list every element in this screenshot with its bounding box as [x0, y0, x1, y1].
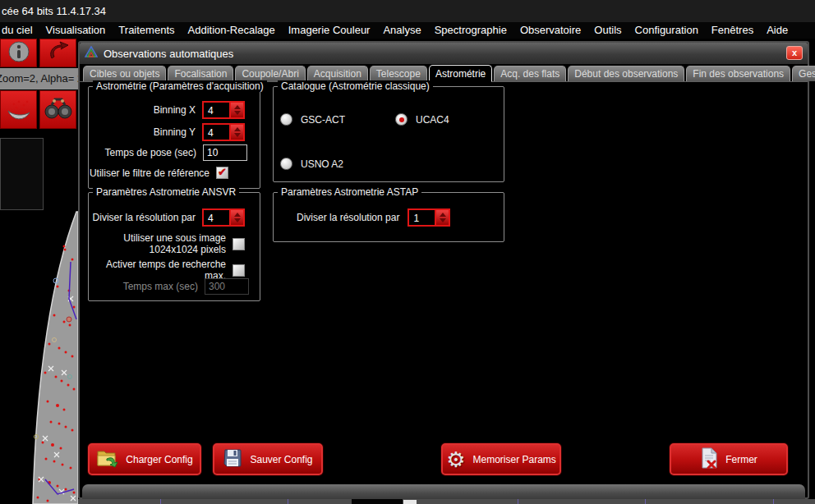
- dialog-title: Observations automatiques: [104, 48, 233, 60]
- radio-gsc-act-label: GSC-ACT: [301, 114, 345, 126]
- group-acquisition: Astrométrie (Paramètres d'acquisition) B…: [88, 86, 260, 189]
- binning-x-label: Binning X: [154, 104, 196, 116]
- binning-y-spinner[interactable]: 4: [202, 123, 245, 141]
- max-time-input: [205, 278, 249, 295]
- max-search-checkbox[interactable]: [233, 264, 245, 277]
- close-dialog-label: Fermer: [725, 454, 757, 465]
- menu-addition-recalage[interactable]: Addition-Recalage: [182, 22, 282, 39]
- radio-usno-a2[interactable]: USNO A2: [280, 158, 343, 170]
- close-dialog-button[interactable]: Fermer: [670, 443, 788, 475]
- menu-aide[interactable]: Aide: [760, 22, 794, 39]
- info-icon: [7, 39, 31, 67]
- binoculars-icon: [44, 96, 73, 124]
- astap-divide-value: 1: [409, 210, 435, 225]
- tab-acquisition[interactable]: Acquisition: [307, 66, 368, 81]
- menu-outils[interactable]: Outils: [587, 22, 628, 39]
- dialog-observations-automatiques: Observations automatiques x Cibles ou ob…: [78, 41, 809, 499]
- menu-imagerie-couleur[interactable]: Imagerie Couleur: [282, 22, 377, 39]
- group-acquisition-title: Astrométrie (Paramètres d'acquisition): [93, 80, 267, 92]
- tab-fin-des-observations[interactable]: Fin des observations: [686, 66, 790, 81]
- menu-spectrographie[interactable]: Spectrographie: [428, 22, 513, 39]
- menu-analyse[interactable]: Analyse: [376, 22, 427, 39]
- sky-chart-icon: [5, 94, 33, 126]
- docked-panel: [0, 138, 44, 210]
- toolbar-info-button[interactable]: [0, 39, 37, 67]
- memorize-params-label: Memoriser Params: [472, 454, 555, 465]
- load-config-button[interactable]: Charger Config: [88, 443, 201, 475]
- tab-debut-des-observations[interactable]: Début des observations: [568, 66, 684, 81]
- bottom-strip-white-segment: [403, 500, 417, 504]
- spin-down-icon[interactable]: [234, 218, 241, 222]
- spin-up-icon[interactable]: [234, 105, 241, 109]
- spin-down-icon[interactable]: [234, 111, 241, 115]
- gear-icon: ⚙: [446, 449, 465, 470]
- window-titlebar: cée 64 bits 11.4.17.34: [0, 0, 815, 22]
- tab-gest-erreur[interactable]: Gest. Erreur: [792, 66, 815, 81]
- dialog-close-button[interactable]: x: [786, 46, 803, 60]
- tab-telescope[interactable]: Telescope: [370, 66, 427, 81]
- document-x-icon: [700, 447, 718, 471]
- menu-observatoire[interactable]: Observatoire: [513, 22, 587, 39]
- tab-astrometrie[interactable]: Astrométrie: [429, 65, 492, 82]
- load-config-label: Charger Config: [126, 454, 192, 465]
- spin-down-icon[interactable]: [234, 133, 241, 137]
- spin-up-icon[interactable]: [234, 213, 241, 217]
- toolbar-sky-chart-button[interactable]: [0, 90, 37, 129]
- binning-x-spinner[interactable]: 4: [202, 101, 245, 119]
- radio-gsc-act[interactable]: GSC-ACT: [280, 113, 345, 126]
- dialog-titlebar[interactable]: Observations automatiques x: [80, 43, 808, 64]
- binning-x-spinner-arrows[interactable]: [229, 103, 243, 117]
- ansvr-divide-spinner[interactable]: 4: [202, 208, 245, 227]
- group-ansvr-title: Paramètres Astrometrie ANSVR: [93, 186, 239, 198]
- ref-filter-checkbox[interactable]: [216, 167, 228, 179]
- binning-y-spinner-arrows[interactable]: [229, 125, 243, 140]
- toolbar-binoculars-button[interactable]: [39, 90, 76, 129]
- binning-x-value: 4: [204, 103, 229, 117]
- sub-image-checkbox[interactable]: [233, 238, 245, 250]
- radio-ucac4-circle[interactable]: [395, 113, 408, 126]
- menu-visualisation[interactable]: Visualisation: [39, 22, 113, 39]
- memorize-params-button[interactable]: ⚙ Memoriser Params: [441, 443, 561, 475]
- ref-filter-label: Utiliser le filtre de référence: [90, 167, 210, 179]
- radio-gsc-act-circle[interactable]: [280, 113, 292, 126]
- zoom-status-strip: Zoom=2, Alpha= 2: [0, 68, 78, 89]
- save-config-button[interactable]: Sauver Config: [213, 443, 323, 475]
- menu-configuration[interactable]: Configuration: [629, 22, 705, 39]
- ansvr-divide-spinner-arrows[interactable]: [229, 210, 243, 225]
- binning-y-label: Binning Y: [154, 126, 196, 138]
- astap-divide-spinner[interactable]: 1: [408, 208, 450, 227]
- undo-arrow-icon: [45, 40, 71, 66]
- exposure-input[interactable]: [203, 144, 247, 161]
- menu-du-ciel[interactable]: du ciel: [0, 22, 39, 39]
- spin-up-icon[interactable]: [234, 127, 241, 131]
- dialog-statusbar: [82, 484, 805, 501]
- group-catalog: Catalogue (Astrométrie classique) GSC-AC…: [273, 86, 504, 182]
- sky-chart[interactable]: [0, 208, 78, 504]
- toolbar-undo-button[interactable]: [39, 39, 76, 67]
- tab-coupole-abri[interactable]: Coupole/Abri: [235, 66, 305, 81]
- tab-focalisation[interactable]: Focalisation: [168, 66, 233, 81]
- group-catalog-title: Catalogue (Astrométrie classique): [278, 80, 433, 92]
- bottom-strip: [78, 499, 815, 504]
- prism-rainbow-icon: [85, 46, 98, 61]
- spin-up-icon[interactable]: [440, 213, 446, 217]
- dialog-tabbar: Cibles ou objets Focalisation Coupole/Ab…: [80, 64, 808, 82]
- radio-ucac4[interactable]: UCAC4: [395, 113, 449, 126]
- menubar: du ciel Visualisation Traitements Additi…: [0, 22, 815, 39]
- astap-divide-label: Diviser la résolution par: [297, 212, 399, 223]
- tab-cibles-ou-objets[interactable]: Cibles ou objets: [83, 66, 166, 81]
- menu-fenetres[interactable]: Fenêtres: [705, 22, 760, 39]
- menu-traitements[interactable]: Traitements: [112, 22, 181, 39]
- window-title: cée 64 bits 11.4.17.34: [2, 5, 106, 17]
- save-config-label: Sauver Config: [250, 454, 312, 465]
- sub-image-label: Utiliser une sous image 1024x1024 pixels: [123, 232, 226, 255]
- radio-usno-a2-circle[interactable]: [280, 158, 292, 170]
- ansvr-divide-label: Diviser la résolution par: [93, 212, 196, 223]
- radio-usno-a2-label: USNO A2: [301, 158, 343, 170]
- binning-y-value: 4: [204, 125, 229, 140]
- group-astap-title: Paramètres Astrometrie ASTAP: [278, 186, 421, 198]
- spin-down-icon[interactable]: [440, 218, 446, 222]
- tab-acq-des-flats[interactable]: Acq. des flats: [494, 66, 566, 81]
- astap-divide-spinner-arrows[interactable]: [435, 210, 449, 225]
- folder-open-icon: [96, 448, 118, 471]
